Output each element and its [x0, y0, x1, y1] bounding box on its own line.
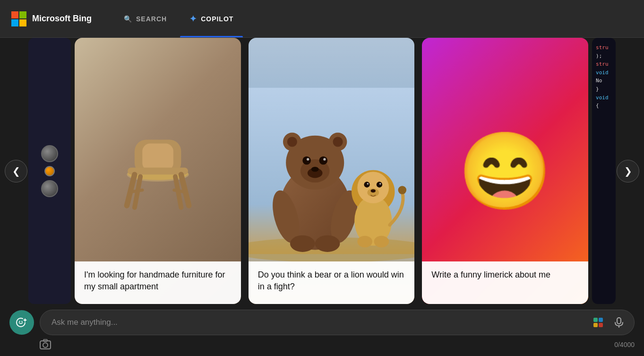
svg-rect-0 [11, 11, 18, 18]
knob-2 [41, 180, 58, 197]
card-partial-right: stru ); stru void No } void { [592, 38, 616, 304]
code-line-5: No [596, 77, 612, 85]
svg-point-27 [323, 158, 326, 160]
svg-line-13 [130, 191, 142, 192]
bottom-row: 0/4000 [9, 339, 635, 350]
svg-rect-52 [593, 318, 598, 322]
svg-point-40 [379, 183, 381, 185]
svg-point-47 [19, 321, 20, 322]
svg-point-39 [367, 183, 369, 185]
new-chat-icon [16, 316, 28, 329]
emoji-card-caption: Write a funny limerick about me [422, 261, 588, 304]
card-animals[interactable]: Do you think a bear or a lion would win … [249, 38, 415, 304]
svg-rect-6 [142, 144, 173, 171]
svg-line-14 [174, 191, 185, 192]
chat-input-box[interactable]: Ask me anything... [40, 310, 635, 335]
svg-point-59 [43, 343, 48, 347]
svg-point-45 [398, 186, 406, 194]
brand-name: Microsoft Bing [32, 14, 92, 24]
svg-rect-2 [11, 19, 18, 26]
code-line-2: ); [596, 52, 612, 61]
carousel-prev-button[interactable]: ❮ [5, 160, 27, 182]
input-row: Ask me anything... [9, 310, 635, 335]
card-emoji[interactable]: 😄 Write a funny limerick about me [422, 38, 588, 304]
animals-card-caption: Do you think a bear or a lion would win … [249, 261, 415, 304]
microphone-icon [614, 317, 624, 328]
search-tab-icon: 🔍 [124, 15, 132, 23]
svg-point-33 [315, 235, 340, 252]
copilot-input-icon[interactable] [591, 315, 606, 330]
svg-rect-55 [599, 323, 603, 327]
code-line-1: stru [596, 43, 612, 52]
tab-copilot[interactable]: ✦ COPILOT [180, 0, 243, 37]
emoji-illustration: 😄 [458, 133, 552, 209]
nav-tabs: 🔍 SEARCH ✦ COPILOT [114, 0, 243, 37]
tab-search[interactable]: 🔍 SEARCH [114, 0, 176, 37]
microsoft-logo-icon [11, 11, 26, 26]
svg-point-26 [307, 158, 309, 160]
card-furniture[interactable]: I'm looking for handmade furniture for m… [75, 38, 241, 304]
svg-point-24 [302, 156, 311, 165]
svg-point-37 [364, 182, 369, 187]
svg-rect-3 [19, 19, 26, 26]
svg-point-43 [357, 236, 372, 248]
svg-rect-53 [599, 318, 603, 322]
card-partial-left [28, 38, 71, 304]
new-chat-button[interactable] [9, 310, 34, 335]
knob-orange [44, 166, 55, 176]
char-count: 0/4000 [614, 341, 635, 348]
bottom-bar: Ask me anything... [0, 304, 644, 356]
camera-icon [40, 339, 51, 350]
svg-rect-56 [617, 318, 621, 324]
copilot-tab-label: COPILOT [201, 15, 233, 23]
code-line-4: void [596, 69, 612, 77]
svg-point-36 [357, 172, 389, 203]
mic-button[interactable] [611, 315, 627, 330]
carousel-track: I'm looking for handmade furniture for m… [0, 38, 644, 304]
svg-point-48 [21, 321, 22, 322]
copilot-tab-icon: ✦ [189, 14, 197, 24]
svg-point-44 [374, 236, 389, 248]
code-line-3: stru [596, 60, 612, 69]
svg-point-20 [287, 137, 297, 147]
svg-rect-54 [593, 323, 598, 327]
app-header: Microsoft Bing 🔍 SEARCH ✦ COPILOT [0, 0, 644, 38]
chair-illustration [100, 78, 216, 264]
svg-point-29 [311, 167, 318, 172]
svg-point-22 [333, 137, 343, 147]
code-line-7: void [596, 94, 612, 102]
input-icons [591, 315, 627, 330]
chat-input-placeholder: Ask me anything... [52, 318, 606, 327]
svg-point-38 [376, 182, 382, 187]
svg-point-25 [319, 156, 327, 165]
furniture-card-caption: I'm looking for handmade furniture for m… [75, 261, 241, 304]
carousel-next-button[interactable]: ❯ [617, 160, 639, 182]
copilot-icon [592, 317, 604, 328]
svg-rect-1 [19, 11, 26, 18]
svg-point-42 [370, 189, 376, 192]
svg-point-32 [290, 235, 315, 252]
code-line-8: { [596, 102, 612, 110]
camera-button[interactable] [40, 339, 51, 350]
knob-1 [41, 145, 58, 162]
code-line-6: } [596, 85, 612, 94]
carousel-area: ❮ [0, 38, 644, 304]
brand-logo-area: Microsoft Bing [11, 11, 92, 26]
search-tab-label: SEARCH [136, 15, 167, 23]
controls-graphic [37, 141, 62, 201]
